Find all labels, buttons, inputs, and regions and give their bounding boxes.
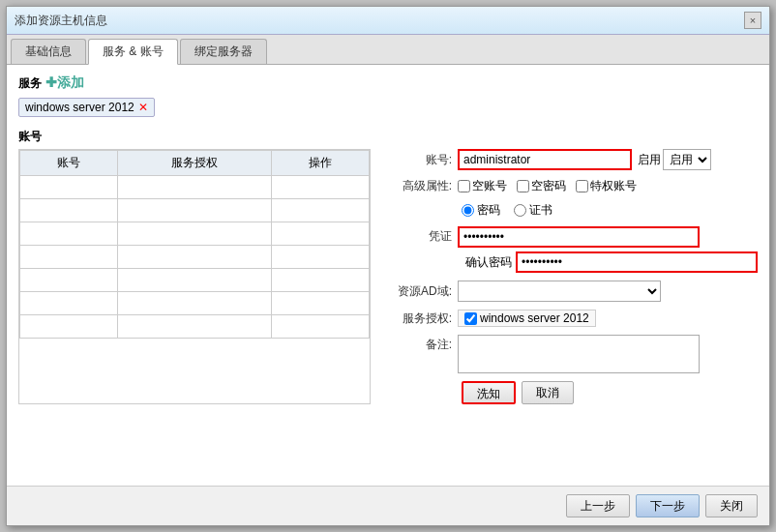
radio-cert[interactable]: 证书: [514, 202, 552, 219]
dialog: 添加资源主机信息 × 基础信息 服务 & 账号 绑定服务器 服务 ✚添加 win…: [6, 6, 770, 526]
special-account-checkbox[interactable]: 特权账号: [576, 178, 637, 194]
account-table: 账号 服务授权 操作: [18, 149, 371, 404]
table-row-empty: [20, 199, 370, 222]
main-body: 账号 服务授权 操作: [18, 149, 758, 404]
col-account: 账号: [20, 151, 118, 176]
close-button[interactable]: ×: [744, 12, 761, 29]
enable-label: 启用: [638, 152, 661, 168]
advanced-label: 高级属性:: [380, 178, 458, 194]
resource-ad-label: 资源AD域:: [380, 283, 458, 300]
remove-service-tag-button[interactable]: ✕: [138, 101, 148, 114]
account-section-title: 账号: [18, 129, 758, 145]
col-operation: 操作: [272, 151, 370, 176]
table-row-empty: [20, 292, 370, 315]
form-buttons: 洗知 取消: [462, 381, 758, 404]
form-cancel-button[interactable]: 取消: [522, 381, 574, 404]
service-tag: windows server 2012 ✕: [18, 98, 155, 117]
main-content: 服务 ✚添加 windows server 2012 ✕ 账号 账号 服务授权: [7, 65, 769, 486]
radio-password-input[interactable]: [462, 204, 474, 217]
service-auth-checkbox[interactable]: [464, 312, 477, 325]
prev-button[interactable]: 上一步: [566, 494, 630, 517]
bottom-buttons: 上一步 下一步 关闭: [7, 486, 769, 525]
table-row-empty: [20, 222, 370, 246]
service-auth-row: 服务授权: windows server 2012: [380, 310, 758, 327]
advanced-checkboxes: 空账号 空密码 特权账号: [458, 178, 637, 194]
service-auth-tag-label: windows server 2012: [480, 311, 589, 325]
resource-ad-row: 资源AD域:: [380, 281, 758, 302]
resource-ad-select[interactable]: [458, 281, 661, 302]
credential-label: 凭证: [380, 226, 458, 245]
next-button[interactable]: 下一步: [636, 494, 700, 517]
advanced-row: 高级属性: 空账号 空密码: [380, 178, 758, 194]
service-section-title: 服务 ✚添加: [18, 74, 758, 92]
empty-password-check[interactable]: [517, 180, 529, 192]
add-service-button[interactable]: ✚添加: [45, 74, 84, 92]
special-account-check[interactable]: [576, 180, 588, 192]
account-row: 账号: 启用 启用 禁用: [380, 149, 758, 170]
radio-password[interactable]: 密码: [462, 202, 500, 219]
account-section: 账号 账号 服务授权 操作: [18, 129, 758, 404]
radio-cert-input[interactable]: [514, 204, 526, 217]
tab-bind-server[interactable]: 绑定服务器: [180, 39, 267, 64]
confirm-password-input[interactable]: [516, 251, 758, 273]
close-dialog-button[interactable]: 关闭: [705, 494, 758, 517]
password-input[interactable]: [458, 226, 700, 248]
service-auth-tag: windows server 2012: [458, 310, 596, 327]
empty-password-checkbox[interactable]: 空密码: [517, 178, 566, 194]
account-label: 账号:: [380, 152, 458, 168]
col-service-auth: 服务授权: [117, 151, 272, 176]
table-row-empty: [20, 315, 370, 339]
tab-basic[interactable]: 基础信息: [11, 39, 86, 64]
note-label: 备注:: [380, 335, 458, 353]
table-row-empty: [20, 176, 370, 199]
credential-row: 凭证 确认密码: [380, 226, 758, 273]
right-form: 账号: 启用 启用 禁用 高级属性:: [371, 149, 758, 404]
tab-service-account[interactable]: 服务 & 账号: [88, 39, 178, 65]
table-row-empty: [20, 269, 370, 292]
enable-select[interactable]: 启用 禁用: [663, 149, 711, 170]
service-tag-name: windows server 2012: [25, 101, 134, 114]
empty-account-checkbox[interactable]: 空账号: [458, 178, 507, 194]
title-bar: 添加资源主机信息 ×: [7, 7, 769, 35]
account-input[interactable]: [458, 149, 632, 170]
tabs-bar: 基础信息 服务 & 账号 绑定服务器: [7, 35, 769, 65]
dialog-title: 添加资源主机信息: [15, 13, 107, 29]
table-row-empty: [20, 246, 370, 269]
note-textarea[interactable]: [458, 335, 700, 373]
credential-inputs: 确认密码: [458, 226, 758, 273]
service-auth-label: 服务授权:: [380, 310, 458, 327]
confirm-pwd-label: 确认密码: [458, 254, 512, 271]
confirm-button[interactable]: 洗知: [462, 381, 516, 404]
empty-account-check[interactable]: [458, 180, 470, 192]
auth-type-row: 密码 证书: [462, 202, 758, 219]
note-row: 备注:: [380, 335, 758, 373]
